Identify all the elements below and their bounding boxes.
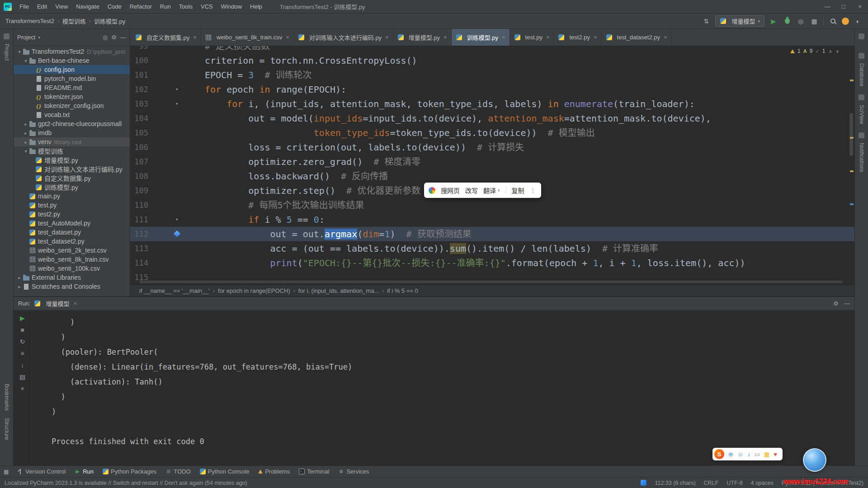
caret-position[interactable]: 112:33 (6 chars) <box>655 480 695 486</box>
indent-style[interactable]: 4 spaces <box>751 480 774 486</box>
tree-item[interactable]: ▸Scratches and Consoles <box>14 282 130 291</box>
license-icon[interactable]: ◐ <box>854 17 863 26</box>
breadcrumb-item[interactable]: 训练模型.py <box>94 17 125 25</box>
editor-tab[interactable]: 训练模型.py× <box>452 29 510 46</box>
stop-button[interactable]: ■ <box>20 327 24 333</box>
menu-tools[interactable]: Tools <box>175 0 197 13</box>
close-tab-icon[interactable]: × <box>385 34 389 41</box>
editor-tab[interactable]: weibo_senti_8k_train.csv× <box>201 29 294 46</box>
close-tab-icon[interactable]: × <box>546 34 550 41</box>
close-tab-icon[interactable]: × <box>664 34 667 41</box>
tree-item[interactable]: weibo_senti_2k_test.csv <box>14 246 130 255</box>
tree-item[interactable]: test2.py <box>14 210 130 219</box>
code-line[interactable]: 103▾ for i, (input_ids, attention_mask, … <box>130 97 854 111</box>
popup-action[interactable]: 改写 <box>465 186 478 195</box>
chevron-icon[interactable]: ▾ <box>23 149 29 154</box>
breadcrumb-item[interactable]: TransformersTest2 <box>5 18 54 24</box>
clear-all-button[interactable]: × <box>20 385 24 392</box>
event-icon[interactable] <box>641 480 646 486</box>
sogou-logo-icon[interactable]: S <box>714 449 724 459</box>
soft-wrap-button[interactable]: ≡ <box>20 350 24 357</box>
tree-item[interactable]: ▾模型训练 <box>14 146 130 155</box>
chevron-icon[interactable]: ▸ <box>16 284 23 289</box>
run-tab[interactable]: 增量模型 × <box>34 299 77 308</box>
line-separator[interactable]: CRLF <box>704 480 719 486</box>
code-line[interactable]: 106 loss = criterion(out, labels.to(devi… <box>130 140 854 155</box>
toolwindow-button-notifications[interactable]: Notifications <box>859 143 865 172</box>
popup-action[interactable]: 复制 <box>512 186 524 195</box>
horizontal-scrollbar[interactable] <box>139 281 843 283</box>
language-icon[interactable]: ⊕ <box>728 451 733 457</box>
menu-file[interactable]: File <box>15 0 33 13</box>
code-line[interactable]: 112 out = out.argmax(dim=1) # 获取预测结果 <box>130 227 854 241</box>
menu-refactor[interactable]: Refactor <box>126 0 156 13</box>
puzzle-icon[interactable]: ▦ <box>764 451 769 457</box>
toolwindow-python-packages[interactable]: Python Packages <box>99 466 160 477</box>
tree-item[interactable]: README.md <box>14 83 130 92</box>
menu-code[interactable]: Code <box>104 0 126 13</box>
toolwindow-version-control[interactable]: Version Control <box>13 466 70 477</box>
status-message[interactable]: Localized PyCharm 2023.1.3 is available … <box>5 480 247 486</box>
menu-help[interactable]: Help <box>246 0 266 13</box>
info-stripe-mark[interactable] <box>850 203 854 205</box>
chevron-icon[interactable]: ▸ <box>23 140 29 145</box>
toolwindow-button-sciview[interactable]: SciView <box>859 105 865 124</box>
minimize-button[interactable]: — <box>819 0 835 13</box>
popup-action[interactable]: 搜网页 <box>441 186 460 195</box>
menu-window[interactable]: Window <box>217 0 246 13</box>
tree-item[interactable]: ▸External Libraries <box>14 273 130 282</box>
run-button[interactable]: ▶ <box>769 17 778 26</box>
layout-icon[interactable] <box>859 33 864 39</box>
tree-item[interactable]: ▾TransformersTest2D:\python_pro\ <box>14 47 130 56</box>
warning-stripe-mark[interactable] <box>850 80 854 81</box>
tree-item[interactable]: weibo_senti_100k.csv <box>14 264 130 273</box>
toolwindow-terminal[interactable]: Terminal <box>295 466 333 477</box>
close-tab-icon[interactable]: × <box>443 34 447 41</box>
warning-stripe-mark[interactable] <box>850 137 854 139</box>
chevron-icon[interactable]: ▸ <box>16 275 23 280</box>
menu-vcs[interactable]: VCS <box>197 0 217 13</box>
chevron-icon[interactable]: ▾ <box>16 49 23 54</box>
toolwindow-button-structure[interactable]: Structure <box>4 418 10 440</box>
menu-run[interactable]: Run <box>156 0 175 13</box>
search-everywhere-button[interactable] <box>828 17 837 26</box>
tree-item[interactable]: test_AutoModel.py <box>14 219 130 228</box>
code-line[interactable]: 111▾ if i % 5 == 0: <box>130 212 854 227</box>
tree-item[interactable]: tokenizer_config.json <box>14 101 130 110</box>
rerun-button[interactable]: ▶ <box>20 315 25 321</box>
scroll-to-end-button[interactable]: ↓ <box>21 362 24 368</box>
close-tab-icon[interactable]: × <box>502 34 505 41</box>
code-line[interactable]: 107 optimizer.zero_grad() # 梯度清零 <box>130 155 854 169</box>
tree-item[interactable]: 自定义数据集.py <box>14 174 130 183</box>
warning-stripe-mark[interactable] <box>850 170 854 172</box>
fold-icon[interactable]: ▾ <box>175 97 179 111</box>
smiley-icon[interactable]: ☺ <box>737 451 743 457</box>
maximize-button[interactable]: □ <box>835 0 852 13</box>
editor-breadcrumb[interactable]: if i % 5 == 0 <box>387 287 418 294</box>
mic-icon[interactable]: ♪ <box>747 451 750 457</box>
tree-item[interactable]: ▸venvlibrary root <box>14 137 130 146</box>
toolwindow-run[interactable]: ▶Run <box>71 466 98 477</box>
avatar[interactable] <box>842 18 849 25</box>
tree-item[interactable]: tokenizer.json <box>14 92 130 101</box>
code-line[interactable]: 114 print("EPOCH:{}--第{}批次--损失:{}--准确率:{… <box>130 256 854 270</box>
more-icon[interactable]: ⋮ <box>530 187 537 194</box>
tree-item[interactable]: 对训练输入文本进行编码.py <box>14 164 130 174</box>
settings-gear-icon[interactable]: ⚙ <box>833 300 839 307</box>
tree-item[interactable]: 训练模型.py <box>14 183 130 192</box>
print-button[interactable]: ▤ <box>19 374 25 380</box>
editor-tab[interactable]: test_dataset2.py× <box>602 29 672 46</box>
toolwindow-button-bookmarks[interactable]: Bookmarks <box>4 384 10 411</box>
project-panel-title[interactable]: Project <box>17 34 35 41</box>
bell-icon[interactable] <box>859 132 864 138</box>
tree-item[interactable]: test.py <box>14 201 130 210</box>
editor-breadcrumb[interactable]: if __name__ == '__main__' <box>139 287 210 294</box>
breadcrumb-item[interactable]: 模型训练 <box>62 17 86 25</box>
editor-breadcrumb[interactable]: for epoch in range(EPOCH) <box>218 287 290 294</box>
vertical-scrollbar[interactable] <box>848 46 854 285</box>
minimize-panel-icon[interactable]: — <box>844 300 850 307</box>
scrollbar-thumb[interactable] <box>849 113 853 156</box>
encoding[interactable]: UTF-8 <box>726 480 742 486</box>
editor-tab[interactable]: test2.py× <box>554 29 601 46</box>
editor-tab[interactable]: 对训练输入文本进行编码.py× <box>294 29 393 46</box>
